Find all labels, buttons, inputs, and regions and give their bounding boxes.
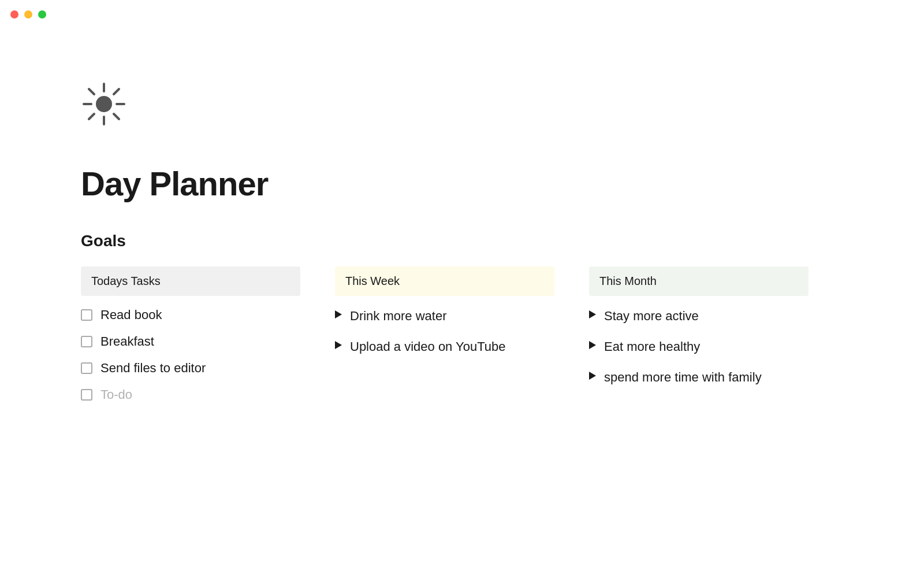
traffic-lights xyxy=(10,10,46,18)
week-task-list: Drink more water Upload a video on YouTu… xyxy=(335,307,554,356)
week-item-label-drink-water: Drink more water xyxy=(350,307,446,325)
page-title: Day Planner xyxy=(81,164,924,203)
week-header: This Week xyxy=(335,266,554,296)
today-task-list: Read book Breakfast Send files to editor… xyxy=(81,307,300,402)
task-checkbox-send-files[interactable] xyxy=(81,362,92,374)
maximize-button[interactable] xyxy=(38,10,46,18)
today-header: Todays Tasks xyxy=(81,266,300,296)
task-label-read-book: Read book xyxy=(100,307,162,323)
week-item-label-youtube: Upload a video on YouTube xyxy=(350,338,506,356)
month-item-label-stay-active: Stay more active xyxy=(604,307,699,325)
bullet-icon-drink-water xyxy=(335,310,342,318)
goals-heading: Goals xyxy=(81,232,924,250)
month-column: This Month Stay more active Eat more hea… xyxy=(589,266,843,402)
task-checkbox-todo[interactable] xyxy=(81,389,92,401)
month-item-family-time: spend more time with family xyxy=(589,369,808,387)
month-header: This Month xyxy=(589,266,808,296)
task-item-read-book: Read book xyxy=(81,307,300,323)
bullet-icon-youtube xyxy=(335,341,342,349)
bullet-icon-stay-active xyxy=(589,310,596,318)
columns-container: Todays Tasks Read book Breakfast Send fi… xyxy=(81,266,843,402)
week-item-youtube: Upload a video on YouTube xyxy=(335,338,554,356)
week-item-drink-water: Drink more water xyxy=(335,307,554,325)
task-item-send-files: Send files to editor xyxy=(81,361,300,376)
task-item-breakfast: Breakfast xyxy=(81,334,300,349)
task-label-breakfast: Breakfast xyxy=(100,334,154,349)
sun-icon xyxy=(81,81,924,164)
task-label-todo: To-do xyxy=(100,387,132,402)
task-item-todo: To-do xyxy=(81,387,300,402)
svg-line-6 xyxy=(114,89,119,94)
month-item-stay-active: Stay more active xyxy=(589,307,808,325)
month-item-label-eat-healthy: Eat more healthy xyxy=(604,338,700,356)
bullet-icon-eat-healthy xyxy=(589,341,596,349)
minimize-button[interactable] xyxy=(24,10,32,18)
close-button[interactable] xyxy=(10,10,18,18)
task-checkbox-read-book[interactable] xyxy=(81,309,92,321)
bullet-icon-family-time xyxy=(589,372,596,380)
month-item-label-family-time: spend more time with family xyxy=(604,369,762,387)
task-label-send-files: Send files to editor xyxy=(100,361,206,376)
today-column: Todays Tasks Read book Breakfast Send fi… xyxy=(81,266,335,402)
month-item-eat-healthy: Eat more healthy xyxy=(589,338,808,356)
week-column: This Week Drink more water Upload a vide… xyxy=(335,266,589,402)
month-task-list: Stay more active Eat more healthy spend … xyxy=(589,307,808,386)
main-content: Day Planner Goals Todays Tasks Read book… xyxy=(0,0,924,402)
task-checkbox-breakfast[interactable] xyxy=(81,336,92,347)
svg-line-7 xyxy=(89,114,94,119)
svg-line-4 xyxy=(89,89,94,94)
svg-point-8 xyxy=(96,96,112,112)
svg-line-5 xyxy=(114,114,119,119)
